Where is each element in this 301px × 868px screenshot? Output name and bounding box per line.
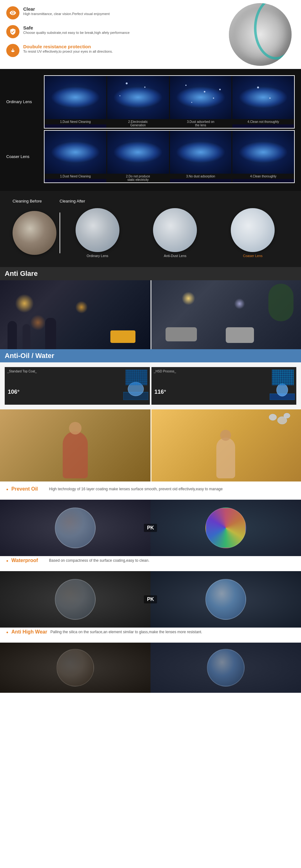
water-fight-left [0,409,150,482]
lens-glow-1 [51,87,100,108]
angle-value-2: 116° [155,389,166,395]
bottom-image [0,643,301,693]
lens-circle [229,3,292,66]
waterproof-title: Waterproof [11,558,46,563]
after-circle-2: Anti-Dust Lens [153,208,197,258]
pk-label-1: PK [144,524,157,532]
coarser-frame-2: 2.Do not producestatic electricity [107,131,169,183]
ordinary-frame-2-inner [107,76,169,119]
anti-wear-desc: Palling the silica on the surface,an ele… [51,629,202,635]
ordinary-lens-row: Ordinary Lens 1.Dust Need Cleaning [6,75,295,128]
eye-icon [6,6,20,20]
anti-wear-detail: • Anti High Wear Palling the silica on t… [0,627,301,643]
waterproof-detail: • Waterproof Based on compactness of the… [0,556,301,571]
anti-wear-title: Anti High Wear [11,629,47,635]
coarser-frame-1-inner [44,131,106,174]
coarser-frame-3-label: 3.No dust adsorption [170,174,232,179]
lens-pk-image-1: PK [0,500,301,556]
coarser-glow-3 [176,142,225,163]
bottom-lens-left [56,649,94,686]
water-droplets [267,412,292,433]
ordinary-frame-1-label: 1.Dust Need Cleaning [44,119,106,124]
dust-section: Ordinary Lens 1.Dust Need Cleaning [0,69,301,191]
coarser-glow-2 [113,142,162,163]
feature-safe-title: Safe [23,25,129,30]
ordinary-frame-3-label: 3.Dust adsorbed onthe lens [170,119,232,128]
coarser-frame-1: 1.Dust Need Cleaning [44,131,106,183]
coarser-glow-4 [239,142,288,163]
feature-double-title: Doubule resistance protection [23,44,113,49]
coarser-frame-3-inner [170,131,232,174]
dust-particles-3 [170,76,232,119]
coarser-frame-2-label: 2.Do not producestatic electricity [107,174,169,182]
dust-particles-4 [232,76,294,119]
coarser-frame-4: 4.Clean thoroughly [232,131,294,183]
svg-point-3 [276,384,288,396]
anti-glare-title: Anti Glare [5,270,38,277]
feature-safe: Safe Choose quality substrate,not easy t… [6,25,219,38]
feature-clear-title: Clear [23,6,110,11]
ordinary-lens-label: Ordinary Lens [6,99,41,104]
feature-double-desc: To resist UV effectively,to proect your … [23,49,113,54]
ordinary-frame-3: 3.Dust adsorbed onthe lens [170,76,232,128]
ordinary-frame-2: 2.ElectrostaticGeneration [107,76,169,128]
features-detail: • Prevent Oil High technology of 16 laye… [0,482,301,500]
feature-safe-desc: Choose quality substrate,not easy to be … [23,30,129,35]
after-circle-3-label: Coaser Lens [243,254,263,258]
ordinary-frame-2-label: 2.ElectrostaticGeneration [107,119,169,128]
svg-point-6 [284,413,290,418]
coarser-glow-1 [51,142,100,163]
glare-divider [150,280,151,349]
feature-clear-text: Clear High transmittance, clear vision.P… [23,6,110,16]
coarser-frame-4-inner [232,131,294,174]
bullet-anti-wear: • [6,630,8,636]
contact-angle-box-2: _HSD Process_ 116° [151,367,297,405]
lens-pk-image-2: PK [0,571,301,627]
head [69,422,82,434]
cleaning-after-label: Cleaning After [60,199,289,204]
pk-label-2: PK [144,595,157,603]
coarser-frames: 1.Dust Need Cleaning 2.Do not producesta… [44,130,295,183]
coarser-lens-row: Coaser Lens 1.Dust Need Cleaning 2.Do no… [6,130,295,183]
lens-round-right-1 [205,507,246,548]
safe-icon [6,25,20,38]
ordinary-frame-3-inner [170,76,232,119]
lens-arc-decoration [254,3,292,60]
feature-double: Doubule resistance protection To resist … [6,44,219,57]
after-circle-1-label: Ordinary Lens [87,254,108,258]
bottom-lens-right [207,649,245,686]
water-divider [150,409,151,482]
water-fight-image [0,409,301,482]
prevent-oil-item: • Prevent Oil High technology of 16 laye… [6,486,295,493]
feature-safe-text: Safe Choose quality substrate,not easy t… [23,25,129,35]
angle-label-1: _Standard Top Coat_ [7,370,37,373]
after-circle-1: Ordinary Lens [76,208,119,258]
waterproof-desc: Based on compactness of the surface coat… [49,558,149,563]
bullet-prevent-oil: • [6,487,8,493]
anti-glare-header: Anti Glare [0,267,301,280]
glasses-icon [6,44,20,57]
angle-value-1: 106° [8,389,20,395]
contact-angle-row: _Standard Top Coat_ 106° _HSD Process_ 1… [0,362,301,409]
ordinary-frame-1: 1.Dust Need Cleaning [44,76,106,128]
lens-pk-right-2 [150,571,301,627]
grid-pattern-1 [125,370,147,385]
feature-double-text: Doubule resistance protection To resist … [23,44,113,54]
lens-pk-left-1 [0,500,150,556]
lens-pk-left-2 [0,571,150,627]
anti-wear-item: • Anti High Wear Palling the silica on t… [6,629,295,636]
lens-round-left-2 [55,579,96,620]
ordinary-frame-4-label: 4.Clean not thoroughly [232,119,294,124]
grid-pattern-2 [272,370,294,385]
contact-angle-box-1: _Standard Top Coat_ 106° [5,367,150,405]
feature-clear-desc: High transmittance, clear vision.Perfect… [23,11,110,16]
waterproof-item: • Waterproof Based on compactness of the… [6,558,295,564]
cleaning-labels-row: Cleaning Before Cleaning After [6,196,295,204]
ordinary-frame-4: 4.Clean not thoroughly [232,76,294,128]
anti-oil-title: Anti-Oil / Water [5,352,54,360]
dust-particles-2 [107,76,169,119]
coarser-frame-3: 3.No dust adsorption [170,131,232,183]
anti-oil-header: Anti-Oil / Water [0,349,301,362]
grid-surface-2 [272,370,294,385]
coarser-lens-label: Coaser Lens [6,154,41,159]
